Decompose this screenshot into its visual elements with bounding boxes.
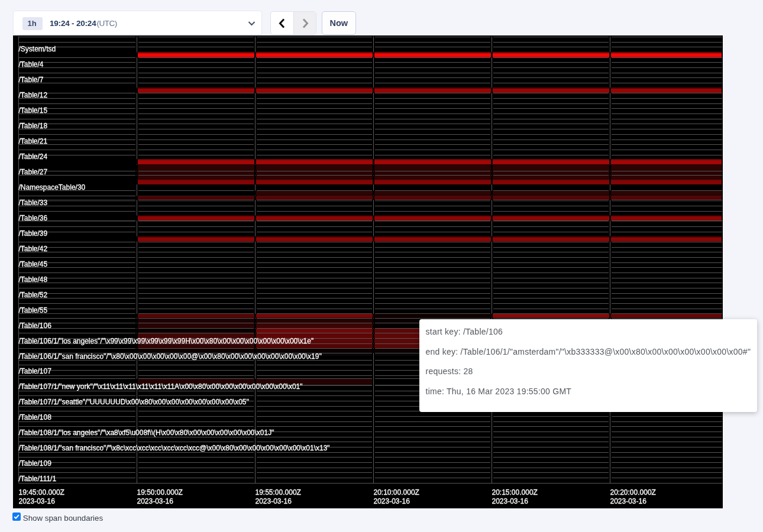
svg-text:2023-03-16: 2023-03-16 — [256, 497, 292, 505]
svg-text:19:55:00.000Z: 19:55:00.000Z — [256, 488, 301, 497]
svg-text:/Table/21: /Table/21 — [19, 137, 48, 145]
svg-text:20:15:00.000Z: 20:15:00.000Z — [492, 488, 538, 497]
svg-text:20:10:00.000Z: 20:10:00.000Z — [374, 488, 419, 497]
svg-text:/Table/52: /Table/52 — [19, 291, 48, 299]
svg-text:/Table/42: /Table/42 — [19, 245, 48, 253]
svg-text:/Table/111/1: /Table/111/1 — [19, 475, 57, 483]
svg-text:/NamespaceTable/30: /NamespaceTable/30 — [19, 183, 86, 192]
svg-text:/Table/106: /Table/106 — [19, 322, 52, 330]
svg-text:2023-03-16: 2023-03-16 — [492, 497, 529, 505]
svg-text:/Table/39: /Table/39 — [19, 229, 48, 238]
svg-text:20:20:00.000Z: 20:20:00.000Z — [610, 488, 656, 497]
svg-text:/Table/55: /Table/55 — [19, 306, 48, 314]
svg-text:/Table/108: /Table/108 — [19, 413, 52, 421]
svg-text:/Table/108/1/"los angeles"/"\x: /Table/108/1/"los angeles"/"\xa8\xf5\u00… — [19, 429, 274, 437]
svg-text:/Table/106/1/"san francisco"/": /Table/106/1/"san francisco"/"\x80\x00\x… — [19, 352, 322, 361]
svg-text:/Table/109: /Table/109 — [19, 459, 52, 468]
svg-text:/Table/12: /Table/12 — [19, 91, 48, 99]
svg-text:/Table/48: /Table/48 — [19, 275, 48, 284]
svg-text:/Table/7: /Table/7 — [19, 76, 44, 84]
svg-text:/Table/107: /Table/107 — [19, 367, 52, 375]
svg-text:2023-03-16: 2023-03-16 — [374, 497, 410, 505]
svg-text:/Table/107/1/"seattle"/"UUUUUU: /Table/107/1/"seattle"/"UUUUUUD\x00\x80\… — [19, 398, 249, 406]
svg-text:2023-03-16: 2023-03-16 — [19, 497, 56, 505]
svg-text:/Table/4: /Table/4 — [19, 60, 44, 69]
svg-text:/Table/33: /Table/33 — [19, 199, 48, 207]
svg-text:/Table/107/1/"new york"/"\x11\: /Table/107/1/"new york"/"\x11\x11\x11\x1… — [19, 382, 303, 391]
svg-text:/Table/36: /Table/36 — [19, 214, 48, 222]
svg-text:/Table/108/1/"san francisco"/": /Table/108/1/"san francisco"/"\x8c\xcc\x… — [19, 444, 330, 452]
svg-text:19:50:00.000Z: 19:50:00.000Z — [137, 488, 183, 497]
svg-text:/Table/45: /Table/45 — [19, 260, 48, 268]
svg-text:(UTC): (UTC) — [97, 19, 117, 28]
svg-text:/Table/15: /Table/15 — [19, 106, 48, 115]
svg-text:2023-03-16: 2023-03-16 — [610, 497, 647, 505]
svg-text:1h: 1h — [27, 19, 36, 28]
svg-text:/Table/27: /Table/27 — [19, 168, 48, 176]
svg-text:/System/tsd: /System/tsd — [19, 45, 56, 53]
svg-text:/Table/18: /Table/18 — [19, 122, 48, 130]
svg-text:/Table/106/1/"los angeles"/"\x: /Table/106/1/"los angeles"/"\x99\x99\x99… — [19, 337, 314, 345]
svg-text:2023-03-16: 2023-03-16 — [137, 497, 174, 505]
svg-text:19:45:00.000Z: 19:45:00.000Z — [19, 488, 64, 497]
svg-text:/Table/24: /Table/24 — [19, 153, 48, 161]
svg-text:19:24 - 20:24: 19:24 - 20:24 — [50, 19, 96, 28]
svg-text:Now: Now — [329, 18, 348, 28]
